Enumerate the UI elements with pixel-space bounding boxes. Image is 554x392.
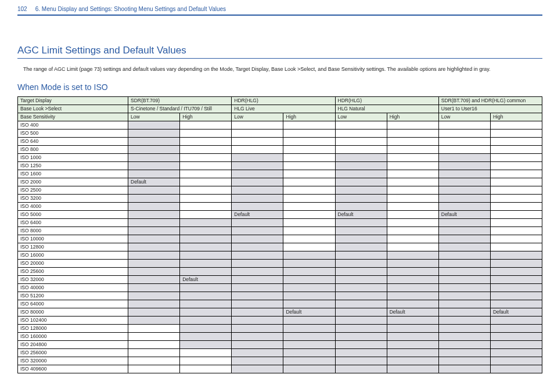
iso-label: ISO 256000 <box>18 348 128 357</box>
row-label: Base Look >Select <box>18 105 128 113</box>
subsection-title: When Mode is set to ISO <box>17 82 542 92</box>
iso-cell <box>180 283 232 292</box>
iso-cell <box>490 186 542 194</box>
iso-cell <box>335 251 387 259</box>
iso-cell <box>283 121 335 129</box>
table-row: ISO 1600 <box>18 170 542 178</box>
iso-cell <box>387 186 438 194</box>
iso-cell <box>128 292 180 300</box>
iso-label: ISO 80000 <box>18 308 128 316</box>
iso-cell <box>180 178 232 186</box>
iso-cell <box>490 332 542 340</box>
iso-label: ISO 1250 <box>18 161 128 170</box>
iso-cell <box>387 324 438 332</box>
iso-cell <box>232 194 283 202</box>
table-row: ISO 12800 <box>18 243 542 251</box>
iso-cell <box>283 283 335 292</box>
table-row: ISO 160000 <box>18 332 542 340</box>
iso-cell: Default <box>335 210 387 218</box>
iso-cell <box>387 332 438 340</box>
iso-label: ISO 2000 <box>18 178 128 186</box>
iso-cell: Default <box>283 308 335 316</box>
iso-cell <box>283 186 335 194</box>
table-row: ISO 102400 <box>18 316 542 324</box>
iso-cell <box>128 170 180 178</box>
iso-label: ISO 500 <box>18 129 128 137</box>
iso-cell <box>335 275 387 283</box>
table-row: ISO 320000 <box>18 357 542 365</box>
iso-cell <box>438 275 490 283</box>
iso-cell <box>283 267 335 275</box>
iso-cell <box>180 170 232 178</box>
base-look-value: HLG Live <box>232 105 335 113</box>
iso-cell: Default <box>387 308 438 316</box>
iso-cell <box>387 161 438 170</box>
sensitivity-header: High <box>180 113 232 121</box>
iso-cell <box>128 226 180 235</box>
iso-cell <box>180 218 232 226</box>
iso-cell <box>387 243 438 251</box>
iso-cell <box>283 365 335 373</box>
iso-cell <box>232 259 283 267</box>
table-row: ISO 640 <box>18 137 542 145</box>
iso-cell <box>490 348 542 357</box>
iso-cell: Default <box>438 210 490 218</box>
iso-label: ISO 40000 <box>18 283 128 292</box>
iso-label: ISO 51200 <box>18 292 128 300</box>
iso-cell <box>283 259 335 267</box>
iso-cell <box>128 137 180 145</box>
iso-cell <box>490 153 542 161</box>
iso-cell <box>128 267 180 275</box>
iso-cell <box>232 153 283 161</box>
iso-label: ISO 5000 <box>18 210 128 218</box>
iso-cell <box>438 121 490 129</box>
iso-cell <box>180 129 232 137</box>
table-row: ISO 32000Default <box>18 275 542 283</box>
iso-cell <box>387 259 438 267</box>
iso-label: ISO 4000 <box>18 202 128 210</box>
iso-cell <box>283 145 335 153</box>
base-look-value: HLG Natural <box>335 105 438 113</box>
iso-cell <box>128 235 180 243</box>
iso-cell <box>335 137 387 145</box>
iso-cell <box>283 218 335 226</box>
iso-cell <box>180 308 232 316</box>
iso-label: ISO 1000 <box>18 153 128 161</box>
iso-cell <box>128 251 180 259</box>
iso-cell <box>335 178 387 186</box>
table-row: ISO 2500 <box>18 186 542 194</box>
iso-cell <box>128 357 180 365</box>
iso-cell <box>283 202 335 210</box>
table-row: ISO 20000 <box>18 259 542 267</box>
row-label: Target Display <box>18 96 128 105</box>
iso-cell <box>387 283 438 292</box>
iso-cell <box>438 170 490 178</box>
sensitivity-header: High <box>283 113 335 121</box>
iso-cell <box>283 210 335 218</box>
iso-cell <box>438 292 490 300</box>
section-title: AGC Limit Settings and Default Values <box>17 45 542 59</box>
iso-cell <box>128 348 180 357</box>
table-row: ISO 6400 <box>18 218 542 226</box>
iso-cell <box>335 316 387 324</box>
iso-cell <box>283 170 335 178</box>
sensitivity-header: Low <box>128 113 180 121</box>
table-row: ISO 800 <box>18 145 542 153</box>
iso-cell <box>128 275 180 283</box>
iso-cell <box>180 194 232 202</box>
target-display-value: HDR(HLG) <box>335 96 438 105</box>
iso-cell <box>232 129 283 137</box>
table-row: ISO 16000 <box>18 251 542 259</box>
target-display-value: HDR(HLG) <box>232 96 335 105</box>
sensitivity-header: Low <box>232 113 283 121</box>
iso-cell <box>180 202 232 210</box>
iso-cell <box>232 121 283 129</box>
iso-cell <box>335 153 387 161</box>
iso-cell <box>283 243 335 251</box>
iso-cell <box>387 348 438 357</box>
sensitivity-header: Low <box>438 113 490 121</box>
iso-cell <box>335 235 387 243</box>
iso-cell <box>387 210 438 218</box>
iso-cell <box>128 324 180 332</box>
iso-cell <box>180 251 232 259</box>
